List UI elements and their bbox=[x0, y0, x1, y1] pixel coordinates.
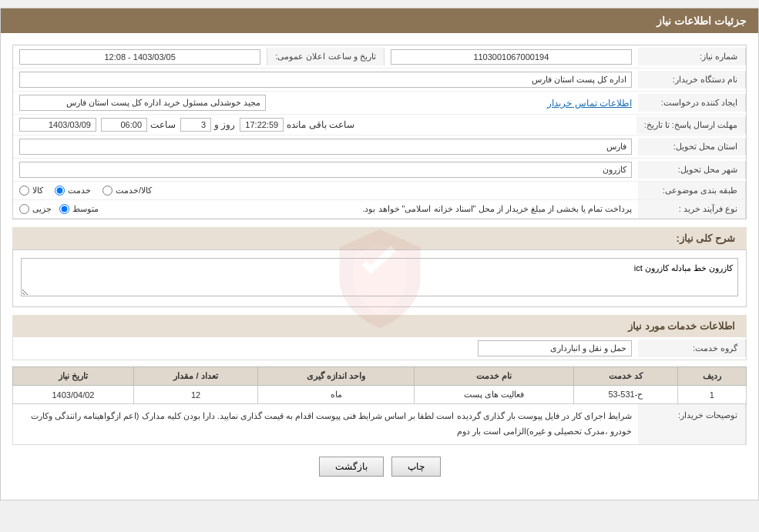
services-section: اطلاعات خدمات مورد نیاز گروه خدمت: حمل و… bbox=[12, 315, 747, 445]
process-options: پرداخت تمام یا بخشی از مبلغ خریدار از مح… bbox=[13, 201, 638, 217]
print-button[interactable]: چاپ bbox=[391, 457, 441, 477]
back-button[interactable]: بازگشت bbox=[319, 457, 384, 477]
creator-row: ایجاد کننده درخواست: اطلاعات تماس خریدار… bbox=[13, 92, 746, 115]
time-label: ساعت bbox=[150, 119, 176, 130]
table-cell-unit: ماه bbox=[258, 386, 415, 404]
org-name-value: اداره کل پست استان فارس bbox=[13, 69, 638, 91]
page-wrapper: جزئیات اطلاعات نیاز شماره نیاز: 11030010… bbox=[0, 8, 759, 500]
category-label: طبقه بندی موضوعی: bbox=[638, 182, 746, 199]
main-form-section: شماره نیاز: 1103001067000194 تاریخ و ساع… bbox=[12, 45, 747, 219]
process-partial-label: جزیی bbox=[32, 204, 52, 214]
need-desc-section: شرح کلی نیاز: document.querySelector('[d… bbox=[12, 227, 747, 307]
category-options: کالا/خدمت خدمت کالا bbox=[13, 182, 638, 199]
category-kala-label: کالا bbox=[32, 186, 43, 196]
category-khadamat-label: خدمت bbox=[68, 186, 91, 196]
need-desc-textarea[interactable] bbox=[21, 258, 738, 296]
col-unit: واحد اندازه گیری bbox=[258, 367, 415, 386]
remaining-label: ساعت باقی مانده bbox=[287, 119, 354, 130]
table-header-row: ردیف کد خدمت نام خدمت واحد اندازه گیری ت… bbox=[13, 367, 747, 386]
remaining-box: 17:22:59 bbox=[240, 118, 284, 132]
table-cell-name: فعالیت های پست bbox=[414, 386, 573, 404]
days-box: 3 bbox=[180, 118, 211, 132]
announce-label: تاریخ و ساعت اعلان عمومی: bbox=[267, 48, 384, 65]
category-kala-khadamat-label: کالا/خدمت bbox=[116, 186, 152, 196]
service-group-box: حمل و نقل و انبارداری bbox=[478, 340, 632, 356]
col-code: کد خدمت bbox=[573, 367, 677, 386]
creator-box: مجید خوشدلی مسئول خرید اداره کل پست استا… bbox=[19, 95, 266, 111]
days-item: روز و 3 bbox=[180, 118, 235, 132]
process-note: پرداخت تمام یا بخشی از مبلغ خریدار از مح… bbox=[106, 204, 632, 214]
process-radio-partial[interactable] bbox=[19, 204, 29, 214]
org-name-row: نام دستگاه خریدار: اداره کل پست استان فا… bbox=[13, 69, 746, 92]
category-radio-kala-khadamat[interactable] bbox=[102, 186, 113, 196]
process-label: نوع فرآیند خرید : bbox=[638, 200, 746, 218]
process-row: نوع فرآیند خرید : پرداخت تمام یا بخشی از… bbox=[13, 200, 746, 219]
category-radio-kala[interactable] bbox=[19, 186, 29, 196]
table-row: 1ح-531-53فعالیت های پستماه121403/04/02 bbox=[13, 386, 747, 404]
need-number-label: شماره نیاز: bbox=[638, 48, 746, 65]
process-option-medium: متوسط bbox=[59, 204, 99, 214]
announce-date-box: 1403/03/05 - 12:08 bbox=[19, 49, 260, 65]
services-title: اطلاعات خدمات مورد نیاز bbox=[12, 315, 747, 337]
buyer-notes-row: توصیحات خریدار: شرایط اجرای کار در فایل … bbox=[12, 404, 747, 445]
org-name-box: اداره کل پست استان فارس bbox=[19, 72, 632, 88]
city-value: کازرون bbox=[13, 159, 638, 181]
table-cell-date: 1403/04/02 bbox=[13, 386, 134, 404]
buttons-row: چاپ بازگشت bbox=[12, 445, 747, 488]
deadline-fields: ساعت باقی مانده 17:22:59 روز و 3 ساعت 06… bbox=[13, 115, 636, 135]
table-cell-quantity: 12 bbox=[133, 386, 257, 404]
province-label: استان محل تحویل: bbox=[638, 138, 746, 156]
creator-value: اطلاعات تماس خریدار مجید خوشدلی مسئول خر… bbox=[13, 92, 638, 114]
time-box: 06:00 bbox=[101, 118, 147, 132]
service-table: ردیف کد خدمت نام خدمت واحد اندازه گیری ت… bbox=[12, 366, 747, 404]
col-row-num: ردیف bbox=[677, 367, 746, 386]
city-row: شهر محل تحویل: کازرون bbox=[13, 159, 746, 182]
category-radio-khadamat[interactable] bbox=[55, 186, 65, 196]
province-box: فارس bbox=[19, 139, 632, 155]
need-number-value: 1103001067000194 bbox=[385, 46, 638, 68]
org-name-label: نام دستگاه خریدار: bbox=[638, 71, 746, 89]
city-box: کازرون bbox=[19, 162, 632, 178]
need-number-box: 1103001067000194 bbox=[391, 49, 632, 65]
table-cell-code: ح-531-53 bbox=[573, 386, 677, 404]
contact-link[interactable]: اطلاعات تماس خریدار bbox=[547, 98, 632, 109]
process-radio-medium[interactable] bbox=[59, 204, 69, 214]
days-label: روز و bbox=[214, 119, 235, 130]
col-quantity: تعداد / مقدار bbox=[133, 367, 257, 386]
announce-value-cell: 1403/03/05 - 12:08 bbox=[13, 46, 267, 68]
category-option-kala: کالا bbox=[19, 186, 43, 196]
remaining-time-item: ساعت باقی مانده 17:22:59 bbox=[240, 118, 354, 132]
category-option-khadamat: خدمت bbox=[55, 186, 91, 196]
col-date: تاریخ نیاز bbox=[13, 367, 134, 386]
deadline-row: مهلت ارسال پاسخ: تا تاریخ: ساعت باقی مان… bbox=[13, 115, 746, 136]
page-header: جزئیات اطلاعات نیاز bbox=[1, 8, 758, 33]
process-medium-label: متوسط bbox=[72, 204, 99, 214]
province-value: فارس bbox=[13, 136, 638, 158]
deadline-date-box: 1403/03/09 bbox=[19, 118, 96, 132]
deadline-label: مهلت ارسال پاسخ: تا تاریخ: bbox=[636, 116, 746, 134]
buyer-notes-text: شرایط اجرای کار در فایل پیوست بار گذاری … bbox=[13, 404, 638, 444]
category-row: طبقه بندی موضوعی: کالا/خدمت خدمت کالا bbox=[13, 182, 746, 200]
buyer-notes-label: توصیحات خریدار: bbox=[638, 404, 746, 444]
service-group-row: گروه خدمت: حمل و نقل و انبارداری bbox=[12, 337, 747, 360]
col-name: نام خدمت bbox=[414, 367, 573, 386]
need-number-row: شماره نیاز: 1103001067000194 تاریخ و ساع… bbox=[13, 45, 746, 69]
page-title: جزئیات اطلاعات نیاز bbox=[657, 15, 747, 27]
need-desc-body: document.querySelector('[data-name="need… bbox=[12, 250, 747, 307]
province-row: استان محل تحویل: فارس bbox=[13, 136, 746, 159]
time-item: ساعت 06:00 bbox=[101, 118, 176, 132]
category-option-kala-khadamat: کالا/خدمت bbox=[102, 186, 152, 196]
process-option-partial: جزیی bbox=[19, 204, 52, 214]
city-label: شهر محل تحویل: bbox=[638, 161, 746, 179]
service-group-value: حمل و نقل و انبارداری bbox=[13, 337, 638, 360]
creator-label: ایجاد کننده درخواست: bbox=[638, 94, 746, 112]
need-desc-title: شرح کلی نیاز: bbox=[12, 227, 747, 250]
content-area: شماره نیاز: 1103001067000194 تاریخ و ساع… bbox=[1, 33, 758, 500]
table-cell-row: 1 bbox=[677, 386, 746, 404]
service-group-label: گروه خدمت: bbox=[638, 340, 746, 357]
